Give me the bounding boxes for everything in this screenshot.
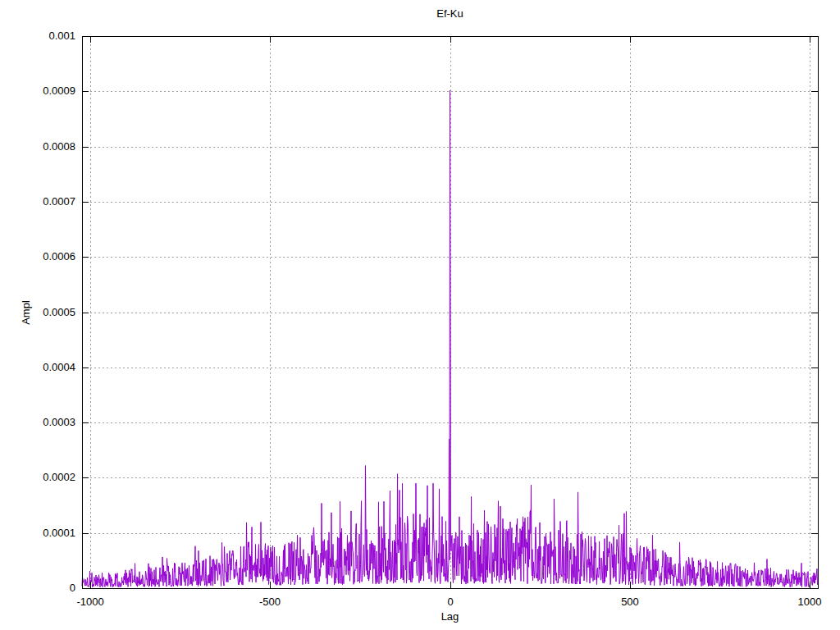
x-tick-label: -500 — [259, 596, 281, 608]
y-tick-label: 0.0009 — [43, 84, 75, 97]
y-tick-label: 0.0004 — [43, 361, 75, 373]
y-tick-label: 0.0005 — [43, 306, 75, 318]
x-tick-label: 0 — [447, 596, 453, 608]
y-tick-label: 0.0003 — [43, 416, 75, 428]
x-tick-label: -1000 — [76, 596, 103, 608]
y-tick-label: 0 — [70, 582, 75, 594]
y-tick-label: 0.0007 — [43, 195, 75, 208]
y-tick-label: 0.0008 — [43, 140, 75, 153]
y-tick-label: 0.0002 — [43, 471, 75, 483]
y-tick-label: 0.0006 — [43, 250, 75, 262]
plot-area: -1000-5000500100000.00010.00020.00030.00… — [0, 0, 840, 630]
x-tick-label: 1000 — [798, 596, 822, 608]
y-tick-label: 0.0001 — [43, 527, 75, 539]
y-tick-label: 0.001 — [48, 30, 75, 42]
gnuplot-chart-window: Ef-Ku Ampl Lag -1000-5000500100000.00010… — [0, 0, 840, 630]
series-line — [82, 90, 818, 587]
x-tick-label: 500 — [621, 596, 639, 608]
